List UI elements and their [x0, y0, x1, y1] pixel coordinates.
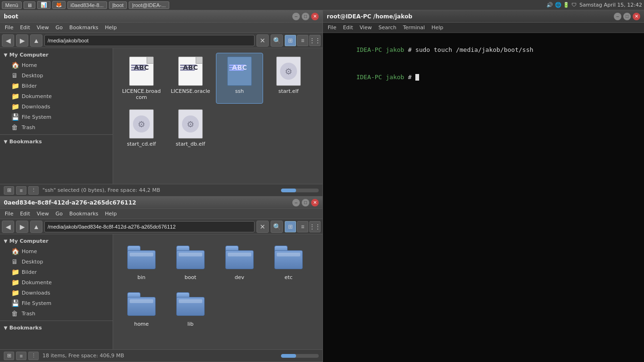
- file-item-license-oracle[interactable]: ABC LICENSE.oracle: [167, 53, 214, 104]
- top-fm-close[interactable]: ✕: [311, 13, 319, 20]
- taskbar-app-5[interactable]: |boot: [109, 1, 127, 9]
- file-item-licence-broadcom[interactable]: ABC LICENCE.broadcom: [118, 53, 165, 104]
- bottom-fm-menu-edit[interactable]: Edit: [17, 210, 33, 218]
- main-layout: boot – □ ✕ File Edit View Go Bookmarks H…: [0, 10, 644, 362]
- bottom-fm-menu-bookmarks[interactable]: Bookmarks: [66, 210, 101, 218]
- top-fm-menu-go[interactable]: Go: [53, 24, 66, 32]
- menu-button[interactable]: Menü: [2, 1, 22, 9]
- bottom-fm-my-computer-header[interactable]: ▼ My Computer: [0, 236, 113, 246]
- top-fm-minimize[interactable]: –: [292, 13, 300, 20]
- downloads-icon: 📁: [11, 103, 19, 110]
- bottom-fm-forward[interactable]: ▶: [16, 221, 28, 233]
- top-fm-forward[interactable]: ▶: [16, 34, 28, 47]
- top-fm-up[interactable]: ▲: [30, 34, 42, 47]
- top-fm-back[interactable]: ◀: [2, 34, 14, 47]
- top-fm-status-text: "ssh" selected (0 bytes), Free space: 44…: [42, 187, 277, 193]
- file-item-bin[interactable]: bin: [118, 239, 165, 284]
- bottom-fm-menu-view[interactable]: View: [34, 210, 52, 218]
- terminal-maximize[interactable]: □: [623, 13, 631, 20]
- bottom-fm-list-view[interactable]: ≡: [297, 221, 308, 232]
- top-fm-address[interactable]: [44, 35, 255, 46]
- sidebar-item-trash[interactable]: 🗑 Trash: [0, 122, 113, 132]
- top-fm-menu-file[interactable]: File: [2, 24, 16, 32]
- my-computer-arrow: ▼: [4, 52, 8, 58]
- sidebar-item-filesystem[interactable]: 💾 File System: [0, 112, 113, 122]
- file-item-etc[interactable]: etc: [265, 239, 312, 284]
- top-fm-bookmarks-header[interactable]: ▼ Bookmarks: [0, 137, 113, 147]
- top-fm-menu-bookmarks[interactable]: Bookmarks: [66, 24, 101, 32]
- term-menu-help[interactable]: Help: [429, 24, 446, 32]
- bottom-fm-status-btn1[interactable]: ⊞: [4, 352, 14, 360]
- bottom-fm-icon-view[interactable]: ⊞: [285, 221, 296, 232]
- file-item-start-elf[interactable]: ⚙ start.elf: [265, 53, 312, 104]
- taskbar-app-6[interactable]: |root@IDEA-...: [129, 1, 169, 9]
- bottom-fm-menu-help[interactable]: Help: [102, 210, 120, 218]
- bottom-fm-clear-address[interactable]: ✕: [256, 221, 269, 233]
- terminal-content[interactable]: IDEA-PC jakob # sudo touch /media/jakob/…: [323, 33, 644, 362]
- term-menu-search[interactable]: Search: [376, 24, 399, 32]
- bottom-fm-minimize[interactable]: –: [292, 199, 300, 206]
- bottom-fm-status-btn2[interactable]: ≡: [16, 352, 26, 360]
- taskbar-app-2[interactable]: 📊: [37, 1, 50, 9]
- top-fm-clear-address[interactable]: ✕: [256, 34, 269, 47]
- taskbar-app-3[interactable]: 🦊: [52, 1, 66, 9]
- taskbar-app-4[interactable]: i0aed834e-8...: [67, 1, 107, 9]
- sidebar-item-bilder[interactable]: 📁 Bilder: [0, 81, 113, 91]
- bottom-fm-bookmarks-header[interactable]: ▼ Bookmarks: [0, 323, 113, 333]
- top-fm-icon-view[interactable]: ⊞: [285, 35, 296, 46]
- bottom-sidebar-item-home[interactable]: 🏠 Home: [0, 246, 113, 256]
- taskbar-app-1[interactable]: 🖥: [24, 1, 35, 9]
- top-fm-search[interactable]: 🔍: [271, 34, 283, 47]
- top-fm-my-computer-header[interactable]: ▼ My Computer: [0, 50, 113, 60]
- file-item-dev[interactable]: dev: [216, 239, 263, 284]
- top-fm-menu-help[interactable]: Help: [102, 24, 120, 32]
- file-item-home[interactable]: home: [118, 286, 165, 330]
- bottom-fm-status-btn3[interactable]: ⋮: [28, 352, 39, 360]
- bottom-fm-menu-go[interactable]: Go: [53, 210, 66, 218]
- bottom-fm-maximize[interactable]: □: [302, 199, 309, 206]
- file-item-start-cd-elf[interactable]: ⚙ start_cd.elf: [118, 106, 165, 150]
- term-menu-view[interactable]: View: [357, 24, 375, 32]
- bottom-sidebar-item-filesystem[interactable]: 💾 File System: [0, 298, 113, 308]
- bottom-fm-status-btns: ⊞ ≡ ⋮: [4, 352, 39, 360]
- top-fm-status-btn2[interactable]: ≡: [16, 186, 26, 195]
- top-fm-compact-view[interactable]: ⋮⋮: [309, 35, 321, 46]
- top-fm-menu-view[interactable]: View: [34, 24, 52, 32]
- top-fm-status-btn3[interactable]: ⋮: [28, 186, 39, 195]
- term-menu-edit[interactable]: Edit: [340, 24, 355, 32]
- term-menu-file[interactable]: File: [325, 24, 339, 32]
- bottom-fm-menu-file[interactable]: File: [2, 210, 16, 218]
- bottom-fm-view-buttons: ⊞ ≡ ⋮⋮: [285, 221, 321, 232]
- file-item-lib[interactable]: lib: [167, 286, 214, 330]
- sidebar-item-downloads[interactable]: 📁 Downloads: [0, 101, 113, 112]
- top-fm-status-btn1[interactable]: ⊞: [4, 186, 14, 195]
- bottom-bookmarks-arrow: ▼: [4, 325, 8, 330]
- bottom-my-computer-label: My Computer: [9, 238, 49, 244]
- term-menu-terminal[interactable]: Terminal: [400, 24, 428, 32]
- file-item-ssh[interactable]: ABC ssh: [216, 53, 263, 104]
- file-item-boot[interactable]: boot: [167, 239, 214, 284]
- bottom-sidebar-item-trash[interactable]: 🗑 Trash: [0, 308, 113, 319]
- bottom-sidebar-item-downloads[interactable]: 📁 Downloads: [0, 288, 113, 298]
- bottom-sidebar-item-bilder[interactable]: 📁 Bilder: [0, 267, 113, 277]
- sidebar-item-dokumente[interactable]: 📁 Dokumente: [0, 91, 113, 101]
- bottom-fm-up[interactable]: ▲: [30, 221, 42, 233]
- terminal-close[interactable]: ✕: [633, 13, 640, 20]
- top-fm-maximize[interactable]: □: [302, 13, 309, 20]
- sidebar-divider: [0, 134, 113, 135]
- bottom-sidebar-item-desktop[interactable]: 🖥 Desktop: [0, 256, 113, 267]
- bottom-sidebar-item-dokumente[interactable]: 📁 Dokumente: [0, 277, 113, 288]
- bottom-sidebar-downloads-label: Downloads: [22, 290, 50, 296]
- file-item-start-db-elf[interactable]: ⚙ start_db.elf: [167, 106, 214, 150]
- sidebar-item-home[interactable]: 🏠 Home: [0, 60, 113, 70]
- file-label-start-db-elf: start_db.elf: [176, 141, 205, 147]
- terminal-minimize[interactable]: –: [614, 13, 621, 20]
- sidebar-item-desktop[interactable]: 🖥 Desktop: [0, 70, 113, 81]
- bottom-fm-compact-view[interactable]: ⋮⋮: [309, 221, 321, 232]
- bottom-fm-back[interactable]: ◀: [2, 221, 14, 233]
- top-fm-menu-edit[interactable]: Edit: [17, 24, 33, 32]
- bottom-fm-close[interactable]: ✕: [311, 199, 319, 206]
- bottom-fm-search[interactable]: 🔍: [271, 221, 283, 233]
- top-fm-list-view[interactable]: ≡: [297, 35, 308, 46]
- bottom-fm-address[interactable]: [44, 221, 255, 232]
